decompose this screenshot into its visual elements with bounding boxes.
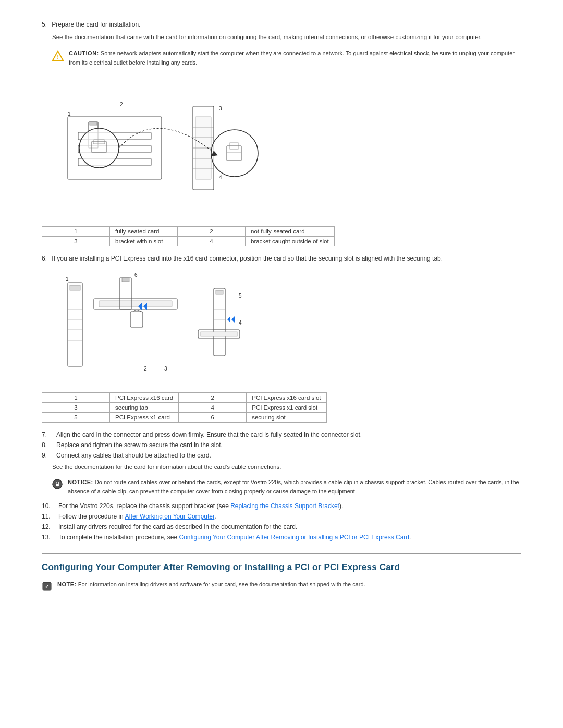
cell-label: securing tab xyxy=(110,402,179,412)
step-9-number: 9. xyxy=(42,452,56,459)
step-6-number: 6. xyxy=(42,255,47,262)
table-row: 1 fully-seated card 2 not fully-seated c… xyxy=(42,226,335,236)
step-11: 11. Follow the procedure in After Workin… xyxy=(42,513,521,520)
svg-text:4: 4 xyxy=(239,320,242,326)
svg-text:6: 6 xyxy=(134,272,138,278)
section-title: Configuring Your Computer After Removing… xyxy=(42,553,521,573)
step-9: 9. Connect any cables that should be att… xyxy=(42,452,521,459)
diagram-1: 1 2 3 4 xyxy=(52,75,521,221)
step-12: 12. Install any drivers required for the… xyxy=(42,523,521,530)
svg-text:!: ! xyxy=(57,54,59,60)
cell-num: 5 xyxy=(42,412,110,422)
step-7: 7. Align the card in the connector and p… xyxy=(42,431,521,438)
svg-text:3: 3 xyxy=(219,106,222,112)
note-text: NOTE: For information on installing driv… xyxy=(57,580,365,589)
cell-num: 2 xyxy=(178,226,246,236)
step-6-text: If you are installing a PCI Express card… xyxy=(52,255,443,262)
svg-rect-7 xyxy=(90,122,97,125)
svg-rect-45 xyxy=(216,290,223,294)
svg-rect-28 xyxy=(70,285,80,290)
svg-rect-35 xyxy=(99,301,172,307)
step-11-number: 11. xyxy=(42,513,58,520)
step-13-text-before: To complete the installation procedure, … xyxy=(58,534,179,541)
step-8-number: 8. xyxy=(42,441,56,449)
notice-icon: ● N xyxy=(52,479,63,489)
step-6: 6. If you are installing a PCI Express c… xyxy=(42,255,521,262)
note-label: NOTE: xyxy=(57,581,77,587)
step-7-number: 7. xyxy=(42,431,56,438)
cell-num: 6 xyxy=(179,412,247,422)
notice-body: Do not route card cables over or behind … xyxy=(68,479,519,495)
step-10: 10. For the Vostro 220s, replace the cha… xyxy=(42,502,521,510)
svg-point-10 xyxy=(79,128,119,168)
notice-label: NOTICE: xyxy=(68,479,93,485)
step-13-link[interactable]: Configuring Your Computer After Removing… xyxy=(179,534,409,541)
cell-label: bracket within slot xyxy=(110,236,178,246)
svg-marker-49 xyxy=(227,316,230,323)
caution-text: CAUTION: Some network adapters automatic… xyxy=(69,49,521,67)
cell-num: 3 xyxy=(42,402,110,412)
svg-text:2: 2 xyxy=(144,366,147,372)
svg-point-22 xyxy=(211,130,258,177)
table-row: 3 bracket within slot 4 bracket caught o… xyxy=(42,236,335,246)
step-12-number: 12. xyxy=(42,523,58,530)
cell-label: securing slot xyxy=(247,412,326,422)
cell-num: 4 xyxy=(178,236,246,246)
step-11-link[interactable]: After Working on Your Computer xyxy=(125,513,214,520)
cell-label: PCI Express x16 card slot xyxy=(247,392,326,402)
note-box: ✓ NOTE: For information on installing dr… xyxy=(42,580,521,591)
reference-table-1: 1 fully-seated card 2 not fully-seated c… xyxy=(42,226,335,246)
cell-num: 2 xyxy=(179,392,247,402)
notice-box: ● N NOTICE: Do not route card cables ove… xyxy=(52,478,521,496)
step-11-content: Follow the procedure in After Working on… xyxy=(58,513,216,520)
svg-rect-27 xyxy=(68,283,82,366)
step-7-text: Align the card in the connector and pres… xyxy=(56,431,362,438)
step-10-text-before: For the Vostro 220s, replace the chassis… xyxy=(58,502,230,510)
table-row: 1 PCI Express x16 card 2 PCI Express x16… xyxy=(42,392,327,402)
cell-label: PCI Express x16 card xyxy=(110,392,179,402)
step-9-sub: See the documentation for the card for i… xyxy=(52,462,521,472)
svg-rect-40 xyxy=(130,312,143,327)
svg-marker-50 xyxy=(231,316,235,323)
step-5-sub: See the documentation that came with the… xyxy=(52,32,521,42)
step-9-text: Connect any cables that should be attach… xyxy=(56,452,211,459)
step-10-content: For the Vostro 220s, replace the chassis… xyxy=(58,502,343,510)
step-8: 8. Replace and tighten the screw to secu… xyxy=(42,441,521,449)
cell-num: 3 xyxy=(42,236,110,246)
svg-text:2: 2 xyxy=(120,102,123,107)
step-10-number: 10. xyxy=(42,502,58,510)
step-13-text-after: . xyxy=(409,534,411,541)
svg-text:N: N xyxy=(55,482,59,487)
caution-body: Some network adapters automatically star… xyxy=(69,50,515,66)
step-13-number: 13. xyxy=(42,534,58,541)
cell-label: bracket caught outside of slot xyxy=(246,236,335,246)
step-11-text-after: . xyxy=(214,513,216,520)
cell-label: PCI Express x1 card slot xyxy=(247,402,326,412)
step-12-text: Install any drivers required for the car… xyxy=(58,523,297,530)
caution-label: CAUTION: xyxy=(69,50,99,56)
caution-box: ! CAUTION: Some network adapters automat… xyxy=(52,49,521,67)
cell-label: fully-seated card xyxy=(110,226,178,236)
cell-label: PCI Express x1 card xyxy=(110,412,179,422)
step-10-link[interactable]: Replacing the Chassis Support Bracket xyxy=(230,502,339,510)
table-row: 3 securing tab 4 PCI Express x1 card slo… xyxy=(42,402,327,412)
svg-rect-37 xyxy=(122,278,129,282)
table-row: 5 PCI Express x1 card 6 securing slot xyxy=(42,412,327,422)
cell-num: 1 xyxy=(42,226,110,236)
svg-text:✓: ✓ xyxy=(45,584,49,589)
step-11-text-before: Follow the procedure in xyxy=(58,513,125,520)
svg-text:3: 3 xyxy=(164,366,167,372)
reference-table-2: 1 PCI Express x16 card 2 PCI Express x16… xyxy=(42,392,327,423)
step-8-text: Replace and tighten the screw to secure … xyxy=(56,441,223,449)
step-5-text: Prepare the card for installation. xyxy=(52,21,140,28)
step-13-content: To complete the installation procedure, … xyxy=(58,534,411,541)
cell-num: 4 xyxy=(179,402,247,412)
svg-rect-44 xyxy=(214,288,225,356)
step-5-number: 5. xyxy=(42,21,47,28)
step-13: 13. To complete the installation procedu… xyxy=(42,534,521,541)
notice-text: NOTICE: Do not route card cables over or… xyxy=(68,478,521,496)
svg-text:4: 4 xyxy=(219,175,222,180)
caution-icon: ! xyxy=(52,50,64,61)
svg-text:1: 1 xyxy=(66,276,69,282)
note-body: For information on installing drivers an… xyxy=(78,581,365,587)
